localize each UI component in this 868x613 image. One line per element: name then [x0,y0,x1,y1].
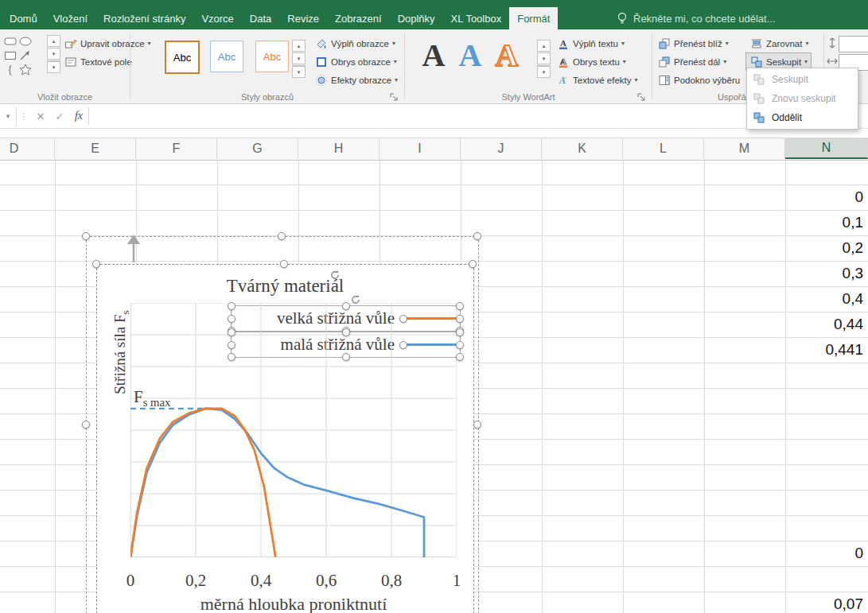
tab-xl-toolbox[interactable]: XL Toolbox [443,7,510,29]
grid-row[interactable] [0,184,868,211]
x-axis-title[interactable]: měrná hloubka proniktnutí [130,594,457,613]
gallery-scroll-up-icon[interactable]: ▴ [292,40,306,52]
tab-data[interactable]: Data [242,7,279,29]
gallery-scroll-up-icon[interactable]: ▴ [537,40,551,52]
column-header-N[interactable]: N [785,138,868,159]
cell-value-N[interactable]: 0,4 [785,286,868,312]
selection-handle[interactable] [278,232,286,240]
chart-title[interactable]: Tvárný materiál [97,276,473,297]
shape-brace-icon[interactable]: { [3,64,17,76]
column-header-E[interactable]: E [55,138,136,159]
cell-value-N[interactable]: 0,07 [785,592,868,613]
grid-row[interactable] [0,159,868,185]
tab-form-t[interactable]: Formát [509,7,558,29]
cell-value-N[interactable]: 0,441 [785,337,868,363]
shape-outline-button[interactable]: Obrys obrazce ▾ [311,53,400,70]
rotate-handle-icon[interactable] [329,270,341,281]
text-box-button[interactable]: Textové pole [60,53,135,70]
shape-style-preview-2[interactable]: Abc [210,41,243,72]
selection-handle[interactable] [280,260,288,268]
column-header-D[interactable]: D [0,138,55,159]
cell-value-N[interactable]: 0 [785,541,868,566]
selection-handle[interactable] [456,341,464,349]
tab-zobrazen-[interactable]: Zobrazení [327,7,390,29]
text-fill-button[interactable]: A Výplň textu ▾ [553,35,628,52]
tab-dom-[interactable]: Domů [2,7,45,29]
cancel-button[interactable]: ✕ [31,110,50,123]
column-header-L[interactable]: L [623,138,704,159]
cell-value-N[interactable]: 0,2 [785,235,868,261]
text-outline-button[interactable]: A Obrys textu ▾ [553,53,629,70]
gallery-more-icon[interactable]: ▾ [47,60,60,73]
grid-row[interactable] [0,210,868,236]
shape-arrow-icon[interactable] [18,49,32,62]
wordart-preview-2[interactable]: A [453,37,487,74]
tab-rozlo-en-str-nky[interactable]: Rozložení stránky [95,7,193,29]
shape-rounded-rectangle-icon[interactable] [3,35,17,48]
selection-handle[interactable] [228,353,235,361]
column-header-M[interactable]: M [704,138,785,159]
cell-value-N[interactable]: 0,1 [785,210,868,235]
selection-handle[interactable] [342,353,350,361]
shape-fill-button[interactable]: Výplň obrazce ▾ [311,35,399,52]
wordart-preview-1[interactable]: A [417,37,450,74]
selection-handle[interactable] [342,328,350,336]
gallery-scroll-up-icon[interactable]: ▴ [47,35,60,47]
selection-handle[interactable] [82,421,90,429]
shape-style-preview-1[interactable]: Abc [165,41,200,74]
rotate-handle-icon[interactable] [350,294,362,306]
shape-ellipse-icon[interactable] [18,35,32,48]
plot-area[interactable] [130,303,457,557]
tab-dopl-ky[interactable]: Doplňky [390,7,443,29]
text-effects-button[interactable]: A Textové efekty ▾ [553,72,641,88]
selection-handle[interactable] [228,328,235,336]
shape-effects-button[interactable]: Efekty obrazce ▾ [311,72,401,88]
selection-handle[interactable] [473,232,481,240]
send-backward-button[interactable]: Přenést dál ▾ [654,53,730,70]
column-header-F[interactable]: F [136,138,217,159]
gallery-more-icon[interactable]: ▾ [537,65,551,78]
selection-handle[interactable] [456,302,464,310]
column-header-I[interactable]: I [380,138,461,159]
cell-value-N[interactable]: 0,3 [785,261,868,286]
name-box-dropdown-icon[interactable]: ▾ [0,112,16,120]
cell-value-N[interactable]: 0,44 [785,312,868,337]
selection-pane-button[interactable]: Podokno výběru [654,72,743,88]
enter-button[interactable]: ✓ [50,110,69,123]
shape-star-icon[interactable] [18,64,32,76]
shape-rectangle-icon[interactable] [3,49,17,62]
selection-handle[interactable] [228,315,235,323]
gallery-scroll-down-icon[interactable]: ▾ [292,52,306,64]
chart[interactable]: Tvárný materiál velká střižná vůle malá … [96,264,474,613]
gallery-scroll-down-icon[interactable]: ▾ [537,52,551,64]
gallery-scroll-down-icon[interactable]: ▾ [47,48,60,60]
selection-handle[interactable] [473,421,481,429]
shape-style-preview-3[interactable]: Abc [255,41,289,72]
selection-handle[interactable] [82,232,90,240]
align-button[interactable]: Zarovnat ▾ [746,35,812,52]
insert-function-button[interactable]: fx [69,109,88,123]
selection-handle[interactable] [399,315,407,323]
menu-item-odd-lit[interactable]: Oddělit [747,108,858,127]
selection-handle[interactable] [456,315,464,323]
column-header-G[interactable]: G [217,138,298,159]
tell-me-box[interactable]: Řekněte mi, co chcete udělat... [617,7,775,29]
up-arrow-shape[interactable] [124,234,143,267]
selection-handle[interactable] [92,260,100,268]
y-axis-title[interactable]: Střižná síla Fs [111,293,129,412]
tab-vzorce[interactable]: Vzorce [193,7,241,29]
selection-handle[interactable] [456,353,464,361]
selection-handle[interactable] [228,302,235,310]
selection-handle[interactable] [228,341,235,349]
column-header-H[interactable]: H [298,138,380,159]
wordart-preview-3[interactable]: A [490,37,524,74]
bring-forward-button[interactable]: Přenést blíž ▾ [654,35,732,52]
gallery-more-icon[interactable]: ▾ [292,65,306,78]
tab-vlo-en-[interactable]: Vložení [45,7,95,29]
selection-handle[interactable] [342,302,350,310]
column-header-J[interactable]: J [461,138,542,159]
column-header-K[interactable]: K [542,138,623,159]
selection-handle[interactable] [456,328,464,336]
shape-height-field[interactable] [839,36,868,52]
cell-value-N[interactable]: 0 [785,184,868,210]
